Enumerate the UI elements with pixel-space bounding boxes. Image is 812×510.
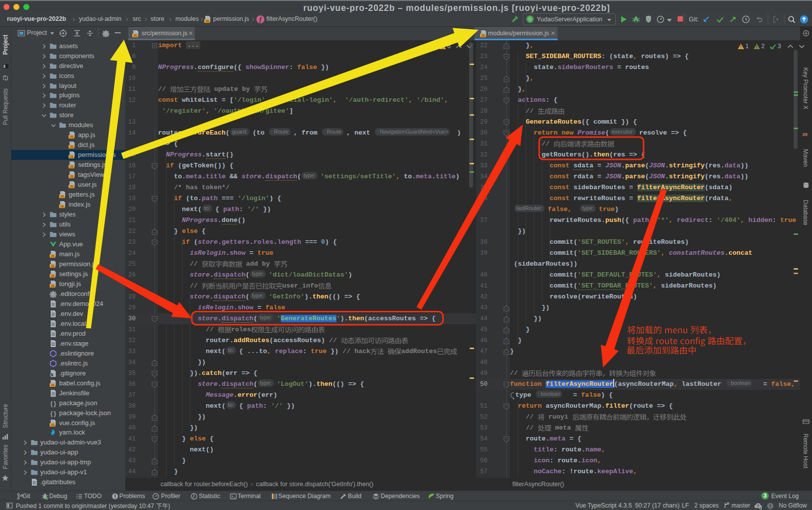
svg-text:JS: JS <box>60 195 65 198</box>
svg-text:JS: JS <box>51 423 55 426</box>
svg-text:JS: JS <box>70 185 74 188</box>
svg-text:JS: JS <box>70 165 74 168</box>
svg-text:JS: JS <box>51 284 55 287</box>
svg-text:JS: JS <box>60 205 65 208</box>
svg-text:JS: JS <box>70 145 74 148</box>
svg-text:{ }: { } <box>50 410 56 417</box>
svg-text:?: ? <box>757 504 759 509</box>
svg-text:JS: JS <box>51 254 55 258</box>
svg-text:JS: JS <box>70 175 74 178</box>
svg-text:JS: JS <box>70 155 74 158</box>
svg-text:{ }: { } <box>50 400 56 407</box>
svg-text:JS: JS <box>70 135 74 139</box>
svg-text:JS: JS <box>51 383 55 386</box>
svg-text:JS: JS <box>51 274 55 277</box>
svg-text:JS: JS <box>51 264 55 267</box>
